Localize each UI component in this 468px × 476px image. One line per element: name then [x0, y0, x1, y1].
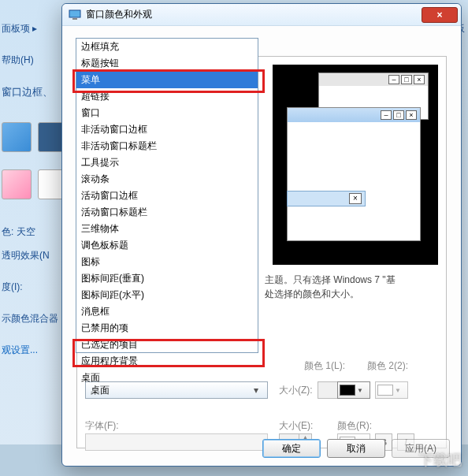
- dropdown-item[interactable]: 超链接: [76, 88, 258, 105]
- preview-active-window: – □ ×: [287, 107, 421, 241]
- color-name-label: 色: 天空: [2, 225, 35, 239]
- dropdown-item[interactable]: 应用程序背景: [76, 353, 258, 370]
- watermark: 下载吧: [419, 451, 462, 470]
- close-icon: ×: [436, 9, 442, 20]
- intensity-label: 度(I):: [2, 281, 23, 294]
- section-title: 窗口边框、: [2, 85, 53, 99]
- close-button[interactable]: ×: [422, 7, 458, 23]
- dropdown-item[interactable]: 图标间距(水平): [76, 287, 258, 303]
- preview-selected-msgbox: ×: [287, 191, 366, 206]
- dropdown-item[interactable]: 标题按钮: [76, 55, 258, 72]
- item-dropdown-list[interactable]: 边框填充标题按钮菜单超链接窗口非活动窗口边框非活动窗口标题栏工具提示滚动条活动窗…: [76, 38, 258, 353]
- svg-rect-1: [72, 18, 77, 20]
- preview-area: – □ × – □ × ×: [273, 65, 438, 265]
- dropdown-item[interactable]: 三维物体: [76, 221, 258, 237]
- color-swatch[interactable]: [2, 169, 32, 199]
- transparency-checkbox-label[interactable]: 透明效果(N: [2, 249, 50, 262]
- dropdown-item[interactable]: 消息框: [76, 303, 258, 320]
- cancel-button[interactable]: 取消: [327, 439, 385, 458]
- dropdown-item[interactable]: 图标: [76, 254, 258, 270]
- color-swatch[interactable]: [2, 122, 32, 152]
- dropdown-item[interactable]: 非活动窗口标题栏: [76, 138, 258, 154]
- chevron-down-icon: ▾: [250, 385, 262, 396]
- font-size-label: 大小(E):: [279, 419, 313, 433]
- dropdown-item[interactable]: 已选定的项目: [76, 337, 258, 353]
- breadcrumb: 面板项 ▸: [2, 22, 37, 35]
- chevron-down-icon: ▼: [395, 387, 401, 394]
- description-text: 主题。只有选择 Windows 7 "基 处选择的颜色和大小。: [265, 273, 438, 301]
- color1-picker[interactable]: ▼: [337, 381, 370, 399]
- color2-label: 颜色 2(2):: [367, 359, 408, 373]
- color-mixer-link[interactable]: 示颜色混合器: [2, 312, 58, 325]
- ok-button[interactable]: 确定: [262, 439, 321, 458]
- dropdown-item[interactable]: 边框填充: [76, 39, 258, 55]
- monitor-icon: [69, 9, 81, 21]
- close-icon: ×: [406, 110, 417, 120]
- maximize-icon: □: [401, 75, 412, 84]
- advanced-settings-link[interactable]: 观设置...: [2, 344, 38, 357]
- help-menu[interactable]: 帮助(H): [2, 54, 34, 67]
- dropdown-item[interactable]: 调色板标题: [76, 237, 258, 254]
- font-color-label: 颜色(R):: [337, 419, 372, 433]
- dropdown-item[interactable]: 图标间距(垂直): [76, 270, 258, 287]
- dropdown-item[interactable]: 非活动窗口边框: [76, 121, 258, 138]
- minimize-icon: –: [388, 75, 399, 84]
- size-input[interactable]: [318, 382, 337, 398]
- dropdown-item[interactable]: 菜单: [76, 72, 258, 88]
- dialog-title: 窗口颜色和外观: [86, 8, 422, 21]
- dropdown-item[interactable]: 窗口: [76, 105, 258, 121]
- dropdown-item[interactable]: 滚动条: [76, 171, 258, 188]
- close-icon: ×: [349, 193, 362, 204]
- font-label: 字体(F):: [85, 419, 123, 433]
- minimize-icon: –: [381, 110, 392, 120]
- maximize-icon: □: [393, 110, 404, 120]
- titlebar[interactable]: 窗口颜色和外观 ×: [62, 4, 461, 26]
- dropdown-item[interactable]: 活动窗口边框: [76, 188, 258, 204]
- font-combobox: [85, 433, 268, 451]
- dropdown-item[interactable]: 已禁用的项: [76, 320, 258, 337]
- size-label: 大小(Z):: [279, 384, 313, 397]
- chevron-down-icon: ▼: [357, 387, 363, 394]
- close-icon: ×: [414, 75, 425, 84]
- svg-rect-0: [69, 10, 80, 17]
- dropdown-item[interactable]: 活动窗口标题栏: [76, 204, 258, 221]
- dropdown-item[interactable]: 桌面: [76, 370, 258, 386]
- color1-label: 颜色 1(L):: [304, 359, 345, 373]
- dropdown-item[interactable]: 工具提示: [76, 154, 258, 171]
- color2-picker: ▼: [375, 381, 408, 399]
